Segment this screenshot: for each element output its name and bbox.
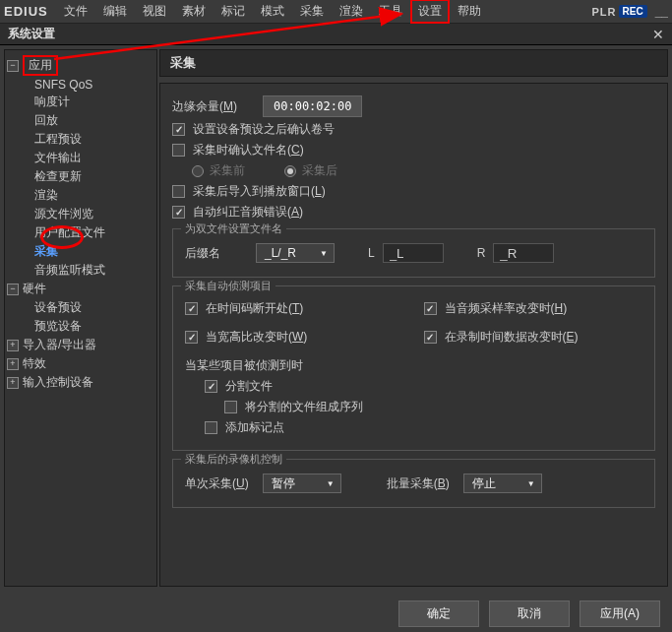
menubar: EDIUS 文件 编辑 视图 素材 标记 模式 采集 渲染 工具 设置 帮助 P…: [0, 0, 672, 24]
tree-item-loudness[interactable]: 响度计: [7, 93, 154, 111]
close-icon[interactable]: ✕: [652, 27, 664, 42]
menu-marker[interactable]: 标记: [214, 0, 253, 24]
import-playwindow-label: 采集后导入到播放窗口(L): [193, 183, 326, 200]
aspect-checkbox[interactable]: [185, 331, 198, 344]
confirm-filename-checkbox[interactable]: [172, 144, 185, 157]
menu-tools[interactable]: 工具: [371, 0, 410, 24]
auto-audio-checkbox[interactable]: [172, 206, 185, 219]
tree-label-importer: 导入器/导出器: [23, 337, 96, 353]
add-marker-label: 添加标记点: [225, 419, 284, 436]
when-detected-label: 当某些项目被侦测到时: [185, 357, 303, 374]
plr-text: PLR: [592, 6, 617, 18]
l-label: L: [368, 246, 375, 260]
chevron-down-icon: ▼: [527, 479, 535, 488]
cancel-button[interactable]: 取消: [489, 600, 570, 627]
tree-root-effects[interactable]: + 特效: [7, 354, 154, 373]
tree-root-app[interactable]: − 应用: [7, 54, 154, 77]
tree-item-capture[interactable]: 采集: [7, 242, 154, 261]
collapse-icon[interactable]: −: [7, 60, 19, 72]
make-seq-label: 将分割的文件组成序列: [245, 399, 363, 415]
radio-before-capture[interactable]: [192, 165, 204, 177]
dualfile-legend: 为双文件设置文件名: [181, 221, 286, 236]
deck-control-fieldset: 采集后的录像机控制 单次采集(U) 暂停▼ 批量采集(B) 停止▼: [172, 459, 655, 508]
dialog-titlebar: 系统设置 ✕: [0, 24, 672, 45]
single-capture-dropdown[interactable]: 暂停▼: [263, 474, 341, 493]
tree-item-snfs[interactable]: SNFS QoS: [7, 77, 154, 93]
menu-help[interactable]: 帮助: [450, 0, 489, 24]
deck-legend: 采集后的录像机控制: [181, 452, 286, 467]
rec-text: REC: [619, 5, 647, 18]
tree-label-inputctrl: 输入控制设备: [23, 374, 93, 391]
tc-break-label: 在时间码断开处(T): [206, 300, 303, 317]
tree-item-render[interactable]: 渲染: [7, 186, 154, 205]
confirm-filename-label: 采集时确认文件名(C): [193, 142, 304, 158]
split-file-label: 分割文件: [225, 378, 273, 395]
suffix-label: 后缀名: [185, 245, 220, 262]
samplerate-label: 当音频采样率改变时(H): [445, 300, 568, 317]
tree-item-user-profile[interactable]: 用户配置文件: [7, 223, 154, 242]
tree-item-playback[interactable]: 回放: [7, 111, 154, 130]
auto-audio-label: 自动纠正音频错误(A): [193, 204, 303, 221]
app-logo: EDIUS: [4, 4, 48, 19]
import-playwindow-checkbox[interactable]: [172, 185, 185, 198]
confirm-reel-label: 设置设备预设之后确认卷号: [193, 121, 335, 138]
expand-icon[interactable]: +: [7, 377, 19, 389]
r-label: R: [477, 246, 486, 260]
tree-item-project-preset[interactable]: 工程预设: [7, 130, 154, 149]
batch-capture-dropdown[interactable]: 停止▼: [463, 474, 542, 493]
menu-file[interactable]: 文件: [56, 0, 95, 24]
tree-label-app: 应用: [29, 58, 52, 72]
collapse-icon[interactable]: −: [7, 284, 19, 295]
tree-item-audio-monitor[interactable]: 音频监听模式: [7, 261, 154, 280]
r-input[interactable]: [493, 243, 554, 263]
single-capture-label: 单次采集(U): [185, 475, 249, 492]
minimize-icon[interactable]: __: [655, 5, 668, 19]
menu-mode[interactable]: 模式: [253, 0, 292, 24]
aspect-label: 当宽高比改变时(W): [206, 329, 307, 346]
tree-item-check-update[interactable]: 检查更新: [7, 167, 154, 186]
chevron-down-icon: ▼: [327, 479, 335, 488]
tree-root-importer[interactable]: + 导入器/导出器: [7, 336, 154, 354]
confirm-reel-checkbox[interactable]: [172, 123, 185, 136]
menu-view[interactable]: 视图: [135, 0, 174, 24]
add-marker-checkbox[interactable]: [205, 421, 217, 434]
recdata-label: 在录制时间数据改变时(E): [445, 329, 579, 346]
expand-icon[interactable]: +: [7, 340, 19, 351]
suffix-dropdown[interactable]: _L/_R▼: [256, 243, 335, 263]
menu-render[interactable]: 渲染: [332, 0, 371, 24]
ok-button[interactable]: 确定: [398, 600, 479, 627]
tree-label-effects: 特效: [23, 355, 46, 372]
autodetect-legend: 采集自动侦测项目: [181, 279, 275, 293]
radio-after-capture[interactable]: [284, 165, 296, 177]
l-input[interactable]: [383, 243, 444, 263]
menu-edit[interactable]: 编辑: [95, 0, 135, 24]
menu-settings[interactable]: 设置: [410, 0, 450, 24]
margin-label: 边缘余量(M): [172, 98, 237, 115]
tree-item-device-preset[interactable]: 设备预设: [7, 298, 154, 317]
apply-button[interactable]: 应用(A): [580, 600, 660, 627]
split-file-checkbox[interactable]: [205, 380, 217, 393]
radio-after-label: 采集后: [302, 162, 337, 179]
radio-before-label: 采集前: [210, 162, 245, 179]
panel-title: 采集: [159, 49, 668, 77]
make-seq-checkbox[interactable]: [224, 401, 237, 413]
menu-clip[interactable]: 素材: [174, 0, 214, 24]
tree-item-file-export[interactable]: 文件输出: [7, 149, 154, 167]
tree-root-hardware[interactable]: − 硬件: [7, 280, 154, 298]
tree-item-preview-device[interactable]: 预览设备: [7, 317, 154, 336]
dualfile-fieldset: 为双文件设置文件名 后缀名 _L/_R▼ L R: [172, 228, 655, 278]
tc-break-checkbox[interactable]: [185, 302, 198, 315]
tree-label-hw: 硬件: [23, 281, 46, 297]
recdata-checkbox[interactable]: [424, 331, 437, 344]
samplerate-checkbox[interactable]: [424, 302, 437, 315]
margin-input[interactable]: 00:00:02:00: [263, 95, 362, 117]
plr-rec-badge: PLR REC: [592, 5, 647, 18]
tree-root-input-control[interactable]: + 输入控制设备: [7, 373, 154, 392]
tree-item-source-browser[interactable]: 源文件浏览: [7, 205, 154, 223]
batch-capture-label: 批量采集(B): [387, 475, 450, 492]
settings-tree: − 应用 SNFS QoS 响度计 回放 工程预设 文件输出 检查更新 渲染 源…: [4, 49, 157, 587]
expand-icon[interactable]: +: [7, 358, 19, 370]
autodetect-fieldset: 采集自动侦测项目 在时间码断开处(T) 当音频采样率改变时(H) 当宽高比改变时…: [172, 285, 655, 451]
chevron-down-icon: ▼: [320, 249, 328, 258]
menu-capture[interactable]: 采集: [292, 0, 332, 24]
